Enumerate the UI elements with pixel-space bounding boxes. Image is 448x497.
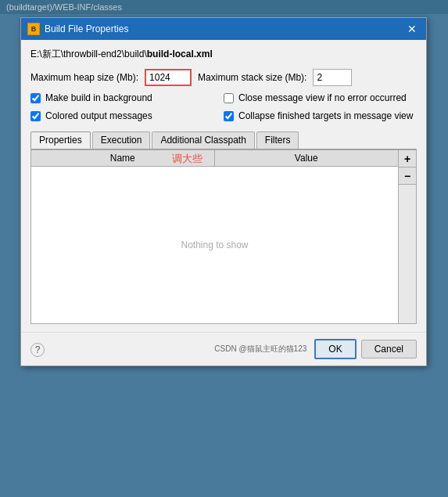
background-strip-text: (buildtarget)/WEB-INF/classes [6,2,122,12]
colored-output-row: Colored output messages [30,110,224,121]
tabs-bar: Properties Execution Additional Classpat… [30,131,417,149]
table-header: Name 调大些 Value [31,150,398,167]
stack-size-input[interactable] [313,69,352,86]
ok-button[interactable]: OK [314,339,356,359]
collapse-finished-row: Collapse finished targets in message vie… [224,110,417,121]
close-message-row: Close message view if no error occurred [224,92,417,103]
table-wrapper: Name 调大些 Value Nothing to show [30,149,399,324]
close-message-label: Close message view if no error occurred [238,92,407,103]
cancel-button[interactable]: Cancel [361,340,417,358]
table-empty-message: Nothing to show [31,167,398,323]
title-bar: B Build File Properties ✕ [21,18,426,40]
background-strip: (buildtarget)/WEB-INF/classes [0,0,448,14]
dialog-title: Build File Properties [45,23,128,34]
checkboxes-grid: Make build in background Close message v… [30,92,417,125]
close-message-checkbox[interactable] [224,93,234,103]
properties-table-area: Name 调大些 Value Nothing to show [30,149,417,324]
file-path-prefix: E:\新工\throwbill-end2\build\ [30,49,147,59]
help-icon[interactable]: ? [30,342,45,357]
tab-additional-classpath[interactable]: Additional Classpath [152,131,254,149]
colored-output-label: Colored output messages [45,110,152,121]
annotation-text: 调大些 [172,152,202,166]
dialog-body: E:\新工\throwbill-end2\build\build-local.x… [21,40,426,332]
make-build-row: Make build in background [30,92,224,103]
table-side-buttons: + − [399,149,417,324]
dialog-icon: B [27,23,40,35]
heap-stack-row: Maximum heap size (Mb): Maximum stack si… [30,69,417,86]
remove-property-button[interactable]: − [399,167,416,185]
collapse-finished-checkbox[interactable] [224,111,234,121]
collapse-finished-label: Collapse finished targets in message vie… [238,110,413,121]
file-path-filename: build-local.xml [147,49,213,59]
tab-properties[interactable]: Properties [30,131,91,149]
stack-size-label: Maximum stack size (Mb): [198,72,306,83]
tab-execution[interactable]: Execution [92,131,151,149]
name-column-header: Name 调大些 [31,150,215,166]
colored-output-checkbox[interactable] [30,111,41,121]
close-button[interactable]: ✕ [404,21,420,37]
build-file-properties-dialog: B Build File Properties ✕ E:\新工\throwbil… [20,17,427,366]
heap-size-label: Maximum heap size (Mb): [30,72,138,83]
make-build-label: Make build in background [45,92,152,103]
make-build-checkbox[interactable] [30,93,41,103]
title-bar-left: B Build File Properties [27,23,128,35]
footer-right: CSDN @猫鼠主旺的猫123 OK Cancel [214,339,417,359]
heap-size-input[interactable] [145,69,192,86]
value-column-header: Value [215,150,399,166]
dialog-footer: ? CSDN @猫鼠主旺的猫123 OK Cancel [21,332,426,366]
file-path: E:\新工\throwbill-end2\build\build-local.x… [30,48,417,61]
add-property-button[interactable]: + [399,150,416,167]
table-area: Name 调大些 Value Nothing to show [30,149,399,324]
csdn-watermark: CSDN @猫鼠主旺的猫123 [214,344,306,355]
tab-filters[interactable]: Filters [256,131,299,149]
